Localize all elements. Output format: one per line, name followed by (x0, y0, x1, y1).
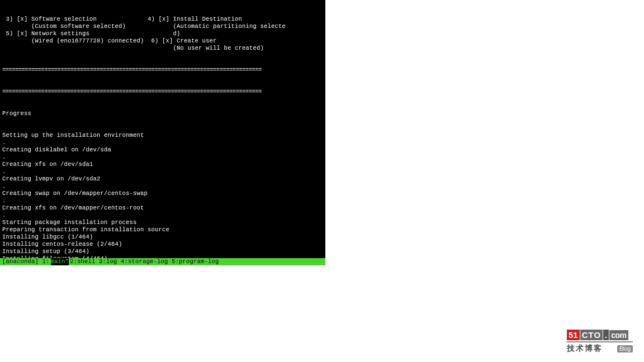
terminal-window: 3) [x] Software selection 4) [x] Install… (0, 0, 325, 265)
watermark-blog-badge: Blog (617, 345, 633, 353)
status-tabs[interactable]: 2:shell 3:log 4:storage-log 5:program-lo… (70, 258, 219, 265)
installer-menu: 3) [x] Software selection 4) [x] Install… (2, 16, 323, 52)
divider-bottom: ========================================… (2, 88, 323, 96)
progress-log: Setting up the installation environment … (2, 132, 323, 328)
tmux-status-bar[interactable]: [anaconda] 1:main* 2:shell 3:log 4:stora… (0, 258, 325, 265)
watermark: 51 CTO . com 技术博客 Blog (567, 330, 633, 354)
status-tab-main[interactable]: main* (51, 258, 69, 265)
status-prefix: [anaconda] 1: (2, 258, 50, 265)
progress-header: Progress (2, 110, 323, 117)
terminal-content: 3) [x] Software selection 4) [x] Install… (2, 1, 323, 342)
watermark-cn-text: 技术博客 (567, 344, 603, 354)
watermark-logo: 51 CTO . com (567, 330, 633, 342)
logo-dot: . (603, 330, 609, 340)
logo-cto: CTO (580, 330, 603, 340)
logo-com: com (609, 330, 628, 340)
logo-51: 51 (567, 330, 580, 340)
divider-top: ========================================… (2, 66, 323, 74)
watermark-subtitle: 技术博客 Blog (567, 344, 633, 354)
menu-options: 3) [x] Software selection 4) [x] Install… (2, 16, 286, 52)
